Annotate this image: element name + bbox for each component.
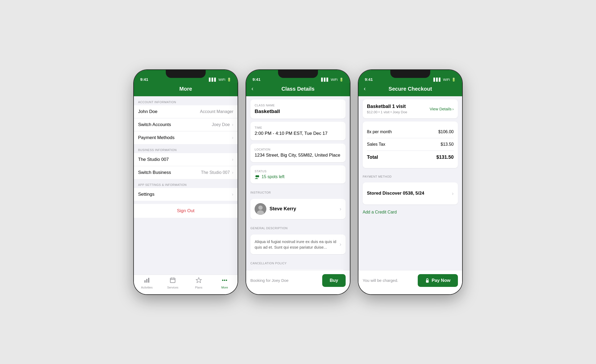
checkout-item-title: Basketball 1 visit (367, 104, 407, 109)
nav-services[interactable]: Services (165, 277, 181, 289)
plan-label: 8x per month (367, 129, 392, 134)
payment-methods-right: › (232, 135, 233, 140)
status-time-3: 9:41 (365, 77, 373, 82)
list-item-payment-methods[interactable]: Payment Methods › (134, 131, 238, 144)
phone-checkout: 9:41 ▋▋▋ WiFi 🔋 ‹ Secure Checkout Basket… (358, 70, 462, 294)
nav-plans[interactable]: Plans (191, 277, 207, 289)
total-row: Total $131.50 (367, 151, 454, 164)
payment-method-text: Stored Discover 0538, 5/24 (367, 191, 424, 196)
card-checkout-item: Basketball 1 visit $12.00 • 1 visit • Jo… (363, 99, 458, 118)
instructor-avatar (255, 203, 266, 215)
sign-out-button[interactable]: Sign Out (134, 204, 238, 218)
settings-label: Settings (138, 192, 154, 197)
list-item-studio[interactable]: The Studio 007 › (134, 153, 238, 166)
more-icon (221, 277, 228, 285)
plans-icon (196, 277, 202, 285)
chevron-icon-switch-biz: › (232, 170, 233, 175)
status-time-1: 9:41 (140, 77, 148, 82)
svg-rect-2 (148, 278, 149, 283)
card-class-name: CLASS NAME Basketball (250, 99, 346, 119)
header-class-details: ‹ Class Details (246, 83, 350, 96)
payment-methods-label: Payment Methods (138, 135, 175, 140)
payment-section-label: PAYMENT METHOD (358, 171, 462, 179)
instructor-row: Steve Kerry › (255, 203, 341, 215)
list-group-business: The Studio 007 › Switch Business The Stu… (134, 153, 238, 179)
notch-3 (390, 70, 430, 78)
view-details-button[interactable]: View Details › (430, 107, 454, 111)
svg-point-8 (222, 279, 224, 281)
status-value: 15 spots left (255, 174, 341, 179)
svg-marker-7 (196, 278, 201, 283)
plan-price: $106.00 (438, 129, 454, 134)
status-icons-1: ▋▋▋ WiFi 🔋 (209, 78, 231, 82)
svg-rect-1 (146, 279, 147, 283)
instructor-info: Steve Kerry (255, 203, 296, 215)
back-button-class[interactable]: ‹ (251, 85, 253, 92)
cancellation-section-header: CANCELLATION POLICY (246, 257, 350, 266)
general-desc-text: Aliqua id fugiat nostrud irure ex duis e… (255, 239, 337, 250)
nav-more[interactable]: More (217, 277, 233, 289)
location-value: 1234 Street, Big City, 55M82, United Pla… (255, 153, 341, 158)
header-title-more: More (179, 86, 192, 92)
bottom-nav-more: Activities Services Plans (134, 275, 238, 294)
total-price: $131.50 (436, 154, 454, 160)
time-value: 2:00 PM - 4:10 PM EST, Tue Dec 17 (255, 131, 341, 136)
header-title-class: Class Details (282, 86, 315, 92)
signal-icon-2: ▋▋▋ (321, 78, 329, 82)
phone-more: 9:41 ▋▋▋ WiFi 🔋 More ACCOUNT INFORMATION… (134, 70, 238, 294)
svg-rect-0 (144, 280, 146, 283)
general-desc-row: Aliqua id fugiat nostrud irure ex duis e… (255, 239, 341, 250)
card-status: STATUS 15 spots left (250, 165, 346, 183)
chevron-icon: › (232, 122, 233, 127)
card-time: TIME 2:00 PM - 4:10 PM EST, Tue Dec 17 (250, 122, 346, 140)
buy-button[interactable]: Buy (322, 274, 346, 287)
chevron-icon-instructor: › (340, 206, 341, 212)
card-location: LOCATION 1234 Street, Big City, 55M82, U… (250, 144, 346, 162)
status-label: STATUS (255, 170, 341, 173)
booking-for-text: Booking for Joey Doe (250, 278, 288, 283)
wifi-icon-3: WiFi (443, 78, 450, 82)
section-account-header: ACCOUNT INFORMATION (134, 96, 238, 105)
content-class-details: CLASS NAME Basketball TIME 2:00 PM - 4:1… (246, 96, 350, 270)
general-desc-section-header: GENERAL DESCRIPTION (246, 222, 350, 231)
lock-icon (425, 278, 429, 283)
battery-icon-2: 🔋 (339, 78, 343, 82)
john-doe-name: John Doe (138, 109, 158, 114)
activities-label: Activities (141, 286, 152, 289)
list-item-switch-accounts[interactable]: Switch Accounts Joey Doe › (134, 118, 238, 131)
content-checkout: Basketball 1 visit $12.00 • 1 visit • Jo… (358, 96, 462, 270)
you-will-be-charged-text: You will be charged. (363, 278, 398, 283)
phone-class-details: 9:41 ▋▋▋ WiFi 🔋 ‹ Class Details CLASS NA… (246, 70, 350, 294)
card-general-desc[interactable]: Aliqua id fugiat nostrud irure ex duis e… (250, 235, 346, 254)
list-item-settings[interactable]: Settings › (134, 188, 238, 201)
instructor-section-header: INSTRUCTOR (246, 187, 350, 196)
tax-price: $13.50 (441, 142, 454, 147)
card-payment-method: Stored Discover 0538, 5/24 › (363, 182, 458, 204)
switch-business-right: The Studio 007 › (201, 170, 233, 175)
john-doe-role: Account Manager (200, 109, 233, 114)
list-item-switch-business[interactable]: Switch Business The Studio 007 › (134, 166, 238, 179)
add-credit-card-button[interactable]: Add a Credit Card (358, 208, 462, 217)
time-label: TIME (255, 126, 341, 129)
payment-method-row[interactable]: Stored Discover 0538, 5/24 › (367, 187, 454, 200)
studio-label: The Studio 007 (138, 157, 169, 162)
nav-activities[interactable]: Activities (139, 277, 155, 289)
list-item-john-doe: John Doe Account Manager (134, 105, 238, 118)
list-group-appsettings: Settings › (134, 188, 238, 201)
signal-icon: ▋▋▋ (209, 78, 217, 82)
back-button-checkout[interactable]: ‹ (364, 85, 366, 92)
pay-now-button[interactable]: Pay Now (418, 274, 458, 287)
wifi-icon-2: WiFi (331, 78, 338, 82)
card-instructor[interactable]: Steve Kerry › (250, 199, 346, 219)
section-appsettings-header: APP SETTINGS & INFORMATION (134, 179, 238, 188)
svg-rect-3 (170, 278, 175, 283)
chevron-icon-payment-method: › (452, 190, 454, 196)
tax-label: Sales Tax (367, 142, 385, 147)
tax-row: Sales Tax $13.50 (367, 138, 454, 151)
activities-icon (144, 277, 150, 285)
svg-point-12 (257, 175, 259, 177)
battery-icon: 🔋 (227, 78, 231, 82)
services-icon (169, 277, 176, 285)
class-name-label: CLASS NAME (255, 104, 341, 107)
chevron-icon-view-details: › (452, 107, 454, 111)
